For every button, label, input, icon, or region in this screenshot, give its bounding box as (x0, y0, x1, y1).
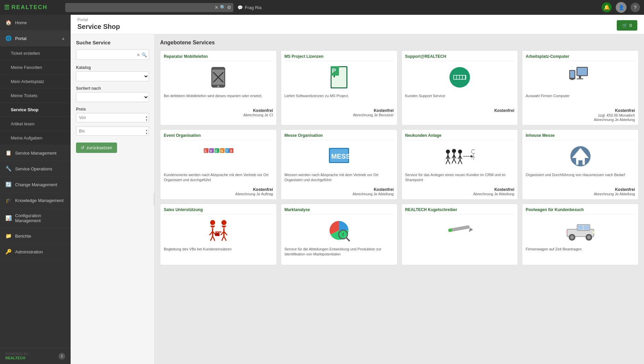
sidebar-label-service-shop: Service Shop (11, 107, 38, 112)
search-panel-title: Suche Service (76, 40, 149, 45)
card-image (526, 143, 635, 170)
reset-button[interactable]: ↺ zurücksetzen (76, 143, 117, 153)
service-card-realtech-kugelschreiber[interactable]: REALTECH Kugelschreiber (402, 204, 518, 265)
service-mgmt-icon: 📋 (5, 150, 12, 156)
clear-icon[interactable]: ✕ (215, 5, 219, 10)
sidebar-label-change-mgmt: Change Management (15, 182, 57, 187)
change-mgmt-icon: 🔄 (5, 181, 12, 188)
preis-bis-up[interactable]: ▲ (145, 129, 148, 132)
service-card-reparatur-mobiltelefon[interactable]: Reparatur Mobiltelefon Bei defektem Mobi… (160, 50, 277, 125)
svg-text:MESSE: MESSE (331, 153, 351, 160)
svg-line-79 (224, 236, 226, 241)
search-clear-icon[interactable]: ✕ (137, 52, 140, 57)
sidebar-item-artikel-lesen[interactable]: Artikel lesen (0, 117, 71, 131)
sidebar-item-meine-tickets[interactable]: Meine Tickets (0, 89, 71, 103)
sidebar-item-portal[interactable]: 🌐 Portal ▲ (0, 31, 71, 46)
sortiert-select[interactable] (76, 92, 149, 102)
sidebar-label-tickets: Meine Tickets (11, 93, 37, 98)
service-card-inhouse-messe[interactable]: Inhouse Messe Organisiert und Durchführu… (522, 129, 639, 200)
sidebar-item-mein-arbeitsplatz[interactable]: Mein Arbeitsplatz (0, 75, 71, 89)
page-title: Service Shop (77, 23, 120, 31)
sidebar-item-service-operations[interactable]: 🔧 Service Operations (0, 161, 71, 177)
search-go-icon[interactable]: 🔍 (142, 52, 147, 57)
sidebar-item-berichte[interactable]: 📁 Berichte (0, 228, 71, 244)
search-panel: Suche Service ✕ 🔍 Katalog Sortiert nach (71, 34, 155, 364)
avatar[interactable]: 👤 (616, 2, 627, 13)
card-desc: Kunden Support Service (405, 93, 515, 106)
sidebar-item-knowledge-management[interactable]: 🎓 Knowledge Management (0, 193, 71, 208)
card-price: Kostenfrei (285, 187, 394, 192)
sidebar-item-change-management[interactable]: 🔄 Change Management (0, 177, 71, 193)
preis-von-down[interactable]: ▼ (145, 119, 148, 122)
search-icon[interactable]: 🔍 (220, 5, 226, 10)
frag-ria-button[interactable]: 💬 Frag Ria (237, 5, 262, 10)
preis-bis-input[interactable] (76, 126, 149, 136)
sidebar-footer: POWERED BY REALTECH ℹ (0, 348, 71, 364)
svg-rect-22 (571, 79, 574, 80)
preis-bis-down[interactable]: ▼ (145, 132, 148, 135)
search-input[interactable] (65, 3, 233, 12)
service-card-neukunden-anlage[interactable]: Neukunden Anlage (402, 129, 518, 200)
service-card-marktanalyse[interactable]: Marktanalyse (281, 204, 397, 265)
card-desc: Kundenevents werden nach Absprache mit d… (164, 172, 273, 185)
services-grid: Reparatur Mobiltelefon Bei defektem Mobi… (160, 50, 639, 265)
sidebar-item-ticket-erstellen[interactable]: Ticket erstellen (0, 46, 71, 60)
cart-count: 0 (630, 23, 632, 28)
sidebar-item-configuration-management[interactable]: 📊 Configuration Management (0, 208, 71, 228)
card-desc: Messen werden nach Absprache mit dem Ver… (285, 172, 394, 185)
svg-line-78 (222, 236, 224, 241)
card-desc: Begleitung des VBs bei Kundeneinsätzen (164, 247, 273, 259)
sidebar-item-meine-favoriten[interactable]: Meine Favoriten (0, 60, 71, 75)
settings-icon[interactable]: ⚙ (227, 5, 231, 10)
card-billing: Abrechnung Je Abteilung (405, 192, 515, 196)
svg-point-74 (222, 220, 227, 225)
notification-bell[interactable]: 🔔 (602, 2, 612, 12)
sidebar-item-service-management[interactable]: 📋 Service Management (0, 145, 71, 161)
service-card-arbeitsplatz-computer[interactable]: Arbeitsplatz-Computer Auswahl Firmen Com… (522, 50, 639, 125)
service-card-support-realtech[interactable]: Support@REALTECH Kunden Support Service … (402, 50, 518, 125)
service-search-wrap: ✕ 🔍 (76, 49, 149, 60)
preis-von-up[interactable]: ▲ (145, 115, 148, 119)
svg-rect-97 (593, 231, 595, 233)
card-desc: Organisiert und Durchführung von Hausmes… (526, 172, 635, 185)
sidebar-label-arbeitsplatz: Mein Arbeitsplatz (11, 79, 44, 84)
sidebar-label-ticket: Ticket erstellen (11, 51, 40, 56)
service-card-poolwagen[interactable]: Poolwagen für Kundenbesuch (522, 204, 639, 265)
info-button[interactable]: ℹ (59, 353, 65, 360)
svg-point-96 (587, 236, 591, 239)
card-image: E V E N T S (164, 143, 273, 170)
katalog-label: Katalog (76, 65, 149, 70)
collapse-panel-button[interactable]: « (154, 193, 155, 206)
card-desc: Firmenwagen auf Zeit Beantragen (526, 247, 635, 259)
card-billing: Abrechnung Je Abteilung (526, 118, 635, 122)
katalog-select[interactable] (76, 71, 149, 81)
card-title: Messe Organisation (285, 133, 394, 140)
card-image (405, 64, 515, 91)
cart-button[interactable]: 🛒 0 (617, 20, 637, 31)
card-desc (405, 247, 515, 259)
topbar-right: 🔔 👤 ? (602, 2, 640, 13)
service-card-ms-project[interactable]: MS Project Lizenzen PP Liefert Softwarel… (281, 50, 397, 125)
service-card-event-organisation[interactable]: Event Organisation E V E N T S Kunde (160, 129, 277, 200)
sidebar-item-meine-aufgaben[interactable]: Meine Aufgaben (0, 131, 71, 145)
home-icon: 🏠 (5, 19, 12, 26)
svg-point-50 (458, 150, 462, 154)
menu-icon[interactable]: ☰ (4, 4, 9, 11)
sidebar-label-service-ops: Service Operations (15, 166, 52, 171)
help-button[interactable]: ? (631, 3, 640, 12)
preis-von-input[interactable] (76, 113, 149, 122)
sidebar-item-home[interactable]: 🏠 Home (0, 15, 71, 31)
sidebar-label-config: Configuration Management (15, 213, 65, 223)
card-price: Kostenfrei (285, 108, 394, 113)
svg-line-83 (346, 238, 349, 241)
svg-rect-14 (460, 76, 462, 79)
svg-line-48 (452, 159, 454, 163)
logo[interactable]: ☰ REALTECH (4, 4, 61, 11)
svg-point-58 (471, 150, 475, 154)
svg-point-2 (217, 85, 219, 87)
sidebar-item-service-shop[interactable]: Service Shop (0, 103, 71, 117)
card-title: Support@REALTECH (405, 54, 515, 61)
service-card-sales-unterstuetzung[interactable]: Sales Unterstützung (160, 204, 277, 265)
service-card-messe-organisation[interactable]: Messe Organisation MESSE Messen werden n… (281, 129, 397, 200)
sidebar-item-administration[interactable]: 🔑 Administration (0, 244, 71, 260)
